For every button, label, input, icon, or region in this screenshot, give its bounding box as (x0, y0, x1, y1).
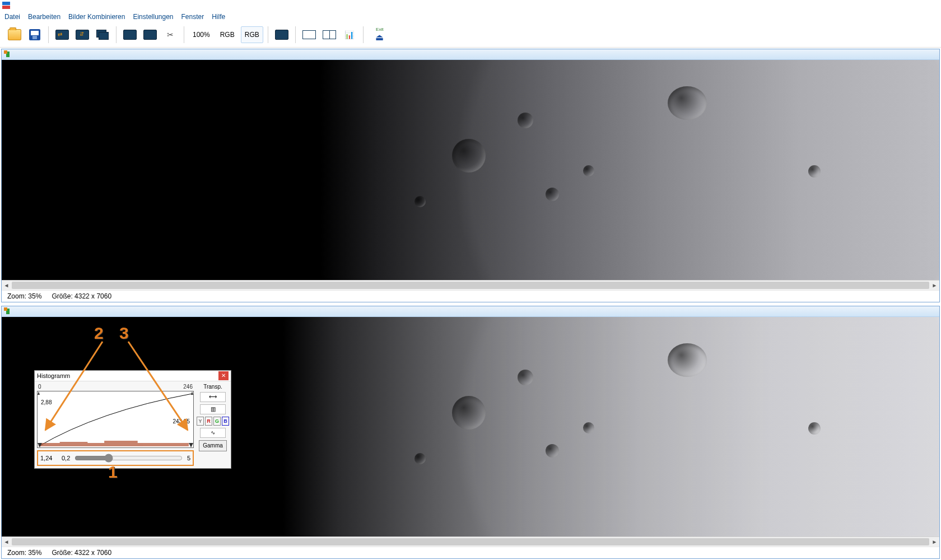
tool-button-c[interactable]: ✂ (161, 26, 179, 44)
toolbar-separator (116, 26, 117, 43)
gamma-min: 0,2 (62, 455, 70, 461)
status-size: Größe: 4322 x 7060 (52, 292, 111, 300)
dark-icon (123, 30, 137, 40)
horizontal-scrollbar[interactable]: ◄ ► (2, 280, 939, 290)
histogram-canvas[interactable]: 2,88 243,05 (37, 391, 194, 448)
svg-marker-6 (191, 391, 193, 395)
chart-icon: 📊 (344, 29, 355, 40)
mdi-workspace: ◄ ► Zoom: 35% Größe: 4322 x 7060 (0, 48, 941, 560)
menu-bilder-kombinieren[interactable]: Bilder Kombinieren (68, 13, 125, 21)
status-zoom: Zoom: 35% (7, 292, 41, 300)
annotation-2: 2 (94, 324, 104, 343)
exit-button[interactable]: Exit ⏏ (368, 26, 392, 44)
folder-open-icon (8, 29, 21, 40)
svg-rect-2 (60, 442, 88, 446)
image-viewport[interactable]: Histogramm ✕ 0 246 (2, 317, 939, 537)
menu-datei[interactable]: Datei (4, 13, 20, 21)
open-button[interactable] (6, 26, 24, 44)
image-viewport[interactable] (2, 60, 939, 280)
white-point-value: 243,05 (173, 418, 190, 424)
histogram-body: 0 246 (35, 381, 231, 468)
status-zoom: Zoom: 35% (7, 549, 41, 557)
chart-button[interactable]: 📊 (341, 26, 358, 44)
app-icon (2, 2, 10, 10)
gamma-button[interactable]: Gamma (199, 440, 227, 451)
black-point-value: 2,88 (41, 399, 52, 405)
scroll-thumb[interactable] (12, 282, 929, 289)
document-titlebar[interactable] (2, 49, 939, 60)
stack-icon (96, 30, 109, 40)
document-statusbar: Zoom: 35% Größe: 4322 x 7060 (2, 290, 939, 302)
axis-min: 0 (38, 384, 41, 390)
close-button[interactable]: ✕ (218, 371, 229, 380)
histogram-panel[interactable]: Histogramm ✕ 0 246 (34, 370, 231, 469)
document-icon (4, 50, 12, 58)
window-titlebar (0, 0, 941, 11)
color-mode-2[interactable]: RGB (241, 26, 263, 43)
save-button[interactable] (26, 26, 44, 44)
scroll-left-arrow[interactable]: ◄ (2, 281, 11, 290)
floppy-disk-icon (29, 29, 40, 40)
axis-max: 246 (183, 384, 193, 390)
gamma-value: 1,24 (40, 455, 58, 461)
menu-einstellungen[interactable]: Einstellungen (133, 13, 173, 21)
scissors-icon: ✂ (165, 29, 176, 40)
channel-r[interactable]: R (205, 417, 212, 426)
tool-button-a[interactable] (121, 26, 139, 44)
document-window-2: Histogramm ✕ 0 246 (1, 306, 940, 559)
split-panel-icon (323, 30, 336, 39)
histogram-plot-area: 0 246 (37, 384, 194, 466)
svg-marker-5 (38, 391, 40, 395)
color-mode-1[interactable]: RGB (216, 26, 239, 43)
toolbar-separator (363, 26, 364, 43)
svg-marker-4 (189, 443, 193, 447)
toolbar-separator (268, 26, 268, 43)
exit-label: Exit (376, 27, 383, 32)
scroll-right-arrow[interactable]: ► (930, 281, 939, 290)
selection-icon (275, 30, 288, 40)
panel-button-1[interactable] (300, 26, 318, 44)
menu-fenster[interactable]: Fenster (181, 13, 204, 21)
channel-y[interactable]: Y (197, 417, 204, 426)
channel-g[interactable]: G (213, 417, 221, 426)
main-toolbar: ✂ 100% RGB RGB 📊 Exit ⏏ (0, 22, 941, 48)
scroll-right-arrow[interactable]: ► (930, 537, 939, 547)
panel-icon (302, 30, 316, 39)
horizontal-scrollbar[interactable]: ◄ ► (2, 536, 939, 547)
bars-icon[interactable]: ▥ (200, 404, 226, 414)
menu-bearbeiten[interactable]: Bearbeiten (28, 13, 60, 21)
scroll-thumb[interactable] (12, 538, 929, 545)
document-statusbar: Zoom: 35% Größe: 4322 x 7060 (2, 547, 939, 558)
transp-label: Transp. (203, 384, 222, 390)
selection-button[interactable] (273, 26, 291, 44)
histogram-titlebar[interactable]: Histogramm ✕ (35, 371, 231, 381)
flip-h-icon (55, 30, 69, 40)
channel-buttons: Y R G B (197, 417, 229, 426)
exit-door-icon: ⏏ (374, 32, 385, 43)
stack-images-button[interactable] (94, 26, 111, 44)
histogram-side-controls: Transp. ⟷ ▥ Y R G B ∿ Gamma (194, 384, 229, 466)
document-window-1: ◄ ► Zoom: 35% Größe: 4322 x 7060 (1, 49, 940, 302)
menu-hilfe[interactable]: Hilfe (212, 13, 225, 21)
annotation-3: 3 (119, 324, 129, 343)
app-window: Datei Bearbeiten Bilder Kombinieren Eins… (0, 0, 941, 560)
document-titlebar[interactable] (2, 306, 939, 317)
toolbar-separator (295, 26, 296, 43)
status-size: Größe: 4322 x 7060 (52, 549, 111, 557)
flip-v-icon (76, 30, 89, 40)
annotation-1: 1 (108, 463, 118, 482)
document-icon (4, 307, 12, 315)
transp-slider-icon[interactable]: ⟷ (200, 392, 226, 402)
channel-b[interactable]: B (222, 417, 229, 426)
flip-horizontal-button[interactable] (53, 26, 71, 44)
menubar: Datei Bearbeiten Bilder Kombinieren Eins… (0, 11, 941, 22)
zoom-level[interactable]: 100% (189, 26, 214, 43)
scroll-left-arrow[interactable]: ◄ (2, 537, 11, 547)
histogram-title-text: Histogramm (37, 372, 70, 379)
tool-button-b[interactable] (141, 26, 159, 44)
flip-vertical-button[interactable] (73, 26, 91, 44)
gamma-slider[interactable] (74, 454, 183, 463)
curve-icon[interactable]: ∿ (200, 428, 226, 438)
panel-button-2[interactable] (320, 26, 338, 44)
svg-rect-1 (104, 441, 138, 446)
